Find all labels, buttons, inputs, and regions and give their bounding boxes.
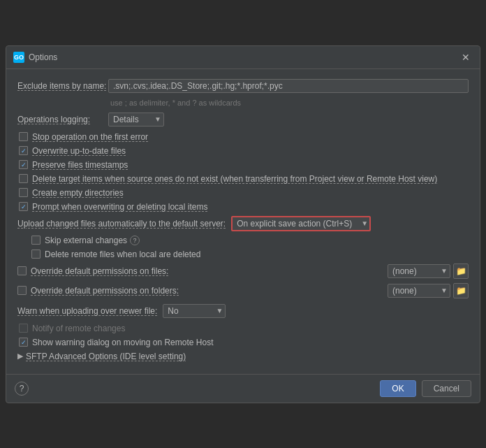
skip-ext-checkbox[interactable] — [31, 236, 40, 245]
show-warning-row: Show warning dialog on moving on Remote … — [17, 338, 469, 347]
skip-ext-label: Skip external changes — [45, 236, 127, 245]
dialog-title: Options — [29, 52, 57, 62]
permissions-files-row: Override default permissions on files: (… — [17, 263, 469, 279]
stop-op-row: Stop operation on the first error — [17, 132, 469, 142]
notify-remote-label: Notify of remote changes — [32, 324, 125, 333]
logging-label: Operations logging: — [17, 115, 108, 124]
warn-label: Warn when uploading over newer file: — [17, 306, 157, 316]
show-warning-checkbox[interactable] — [19, 338, 28, 347]
exclude-input[interactable] — [108, 79, 469, 93]
stop-op-label: Stop operation on the first error — [32, 132, 148, 142]
titlebar: GO Options ✕ — [6, 46, 480, 69]
preserve-ts-label: Preserve files timestamps — [32, 160, 128, 170]
overwrite-row: Overwrite up-to-date files — [17, 146, 469, 156]
permissions-folders-checkbox[interactable] — [17, 286, 27, 295]
footer-buttons: OK Cancel — [380, 380, 471, 397]
permissions-folders-row: Override default permissions on folders:… — [17, 283, 469, 298]
permissions-files-label: Override default permissions on files: — [31, 266, 168, 276]
delete-remote-label: Delete remote files when local are delet… — [45, 250, 200, 259]
create-dirs-checkbox[interactable] — [19, 188, 28, 197]
help-button[interactable]: ? — [15, 382, 29, 396]
permissions-folders-label: Override default permissions on folders: — [31, 286, 179, 296]
logging-select-wrapper: Details None Basic ▼ — [108, 113, 164, 127]
show-warning-label: Show warning dialog on moving on Remote … — [32, 338, 213, 347]
options-dialog: GO Options ✕ Exclude items by name: use … — [6, 45, 480, 403]
notify-remote-checkbox[interactable] — [19, 324, 28, 333]
permissions-folders-select[interactable]: (none) — [388, 284, 450, 298]
exclude-row: Exclude items by name: — [17, 79, 469, 93]
overwrite-label: Overwrite up-to-date files — [32, 146, 126, 156]
preserve-ts-row: Preserve files timestamps — [17, 160, 469, 170]
sftp-expand-icon[interactable]: ▶ — [17, 352, 23, 361]
permissions-files-browse-button[interactable]: 📁 — [453, 263, 469, 279]
sftp-row: ▶ SFTP Advanced Options (IDE level setti… — [17, 352, 469, 361]
upload-select-wrapper: On explicit save action (Ctrl+S) Always … — [231, 216, 371, 231]
upload-row: Upload changed files automatically to th… — [17, 216, 469, 231]
ok-button[interactable]: OK — [380, 380, 415, 397]
sftp-label[interactable]: SFTP Advanced Options (IDE level setting… — [26, 352, 186, 361]
create-dirs-label: Create empty directories — [32, 188, 124, 198]
upload-label: Upload changed files automatically to th… — [17, 219, 226, 229]
close-button[interactable]: ✕ — [459, 50, 473, 64]
permissions-folders-browse-button[interactable]: 📁 — [453, 283, 469, 298]
logging-select[interactable]: Details None Basic — [108, 113, 164, 127]
warn-row: Warn when uploading over newer file: No … — [17, 304, 469, 318]
delete-remote-row: Delete remote files when local are delet… — [17, 250, 469, 259]
overwrite-checkbox[interactable] — [19, 146, 28, 155]
create-dirs-row: Create empty directories — [17, 188, 469, 198]
skip-ext-help-icon[interactable]: ? — [130, 236, 140, 245]
cancel-button[interactable]: Cancel — [422, 380, 471, 397]
upload-select[interactable]: On explicit save action (Ctrl+S) Always … — [231, 216, 371, 231]
delete-target-row: Delete target items when source ones do … — [17, 174, 469, 184]
delete-target-label: Delete target items when source ones do … — [32, 174, 437, 184]
preserve-ts-checkbox[interactable] — [19, 160, 28, 169]
prompt-overwrite-row: Prompt when overwriting or deleting loca… — [17, 202, 469, 212]
delete-remote-checkbox[interactable] — [31, 250, 40, 259]
warn-select[interactable]: No Yes Ask — [163, 304, 226, 318]
logging-row: Operations logging: Details None Basic ▼ — [17, 113, 469, 127]
warn-select-wrapper: No Yes Ask ▼ — [163, 304, 226, 318]
prompt-overwrite-label: Prompt when overwriting or deleting loca… — [32, 202, 207, 212]
dialog-content: Exclude items by name: use ; as delimite… — [6, 69, 480, 374]
permissions-files-checkbox[interactable] — [17, 266, 27, 275]
titlebar-left: GO Options — [13, 52, 57, 63]
dialog-footer: ? OK Cancel — [6, 374, 480, 403]
stop-op-checkbox[interactable] — [19, 132, 28, 141]
permissions-files-select[interactable]: (none) — [388, 264, 450, 278]
notify-remote-row: Notify of remote changes — [17, 324, 469, 333]
skip-ext-row: Skip external changes ? — [17, 236, 469, 245]
permissions-folders-select-wrapper: (none) ▼ 📁 — [388, 283, 469, 298]
exclude-label: Exclude items by name: — [17, 81, 108, 91]
permissions-files-select-wrapper: (none) ▼ 📁 — [388, 263, 469, 279]
delete-target-checkbox[interactable] — [19, 174, 28, 183]
exclude-hint: use ; as delimiter, * and ? as wildcards — [110, 99, 469, 107]
prompt-overwrite-checkbox[interactable] — [19, 202, 28, 211]
app-icon: GO — [13, 52, 24, 63]
